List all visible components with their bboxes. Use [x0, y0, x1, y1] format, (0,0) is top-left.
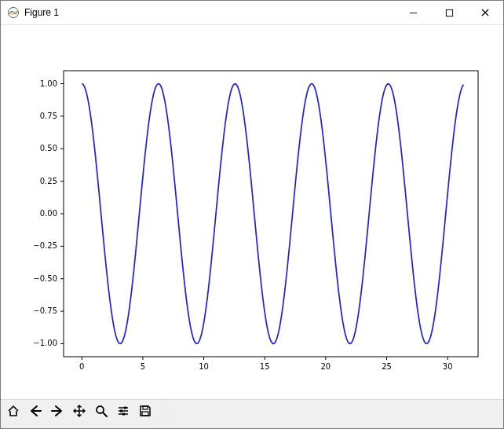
svg-text:−0.50: −0.50 — [33, 274, 57, 283]
svg-text:−0.25: −0.25 — [33, 241, 57, 250]
window-title: Figure 1 — [24, 7, 65, 18]
svg-text:1.00: 1.00 — [40, 79, 57, 88]
svg-text:25: 25 — [382, 362, 392, 371]
svg-line-39 — [103, 412, 107, 416]
maximize-button[interactable] — [431, 1, 467, 24]
svg-text:0.75: 0.75 — [40, 112, 57, 120]
svg-text:0: 0 — [79, 362, 84, 371]
titlebar: Figure 1 — [1, 1, 503, 25]
pan-button[interactable] — [68, 402, 90, 422]
back-button[interactable] — [24, 402, 46, 422]
save-button[interactable] — [134, 402, 156, 422]
zoom-icon — [95, 405, 108, 420]
svg-text:0.00: 0.00 — [40, 209, 57, 218]
svg-rect-2 — [446, 9, 452, 16]
forward-button[interactable] — [46, 402, 68, 422]
svg-text:15: 15 — [260, 362, 270, 371]
zoom-button[interactable] — [90, 402, 112, 422]
plot-svg: 051015202530−1.00−0.75−0.50−0.250.000.25… — [1, 25, 503, 404]
svg-rect-5 — [64, 71, 478, 357]
subplots-button[interactable] — [112, 402, 134, 422]
svg-rect-43 — [120, 409, 122, 412]
home-icon — [7, 405, 20, 420]
svg-text:−0.75: −0.75 — [33, 306, 57, 315]
move-icon — [73, 405, 86, 420]
arrow-right-icon — [51, 405, 64, 420]
svg-rect-46 — [143, 406, 148, 409]
svg-text:5: 5 — [141, 362, 145, 371]
svg-text:30: 30 — [443, 362, 453, 371]
figure-canvas[interactable]: 051015202530−1.00−0.75−0.50−0.250.000.25… — [1, 25, 503, 399]
svg-text:10: 10 — [199, 362, 209, 371]
svg-text:0.50: 0.50 — [40, 144, 57, 152]
svg-text:0.25: 0.25 — [40, 177, 57, 185]
svg-text:20: 20 — [321, 362, 331, 371]
home-button[interactable] — [2, 402, 24, 422]
svg-rect-41 — [124, 406, 126, 409]
minimize-button[interactable] — [395, 1, 431, 24]
arrow-left-icon — [29, 405, 42, 420]
app-window: Figure 1 051015202530−1.00−0.75−0.50−0.2… — [0, 0, 504, 429]
save-icon — [139, 405, 152, 420]
svg-rect-45 — [122, 412, 125, 415]
app-icon — [7, 6, 20, 19]
sliders-icon — [117, 405, 130, 420]
svg-text:−1.00: −1.00 — [33, 339, 57, 347]
close-button[interactable] — [467, 1, 503, 24]
